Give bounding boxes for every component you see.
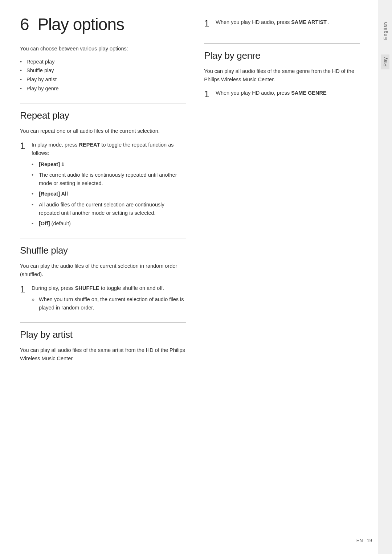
step-text-prefix-shuffle: During play, press: [32, 285, 75, 291]
page-num: 19: [367, 538, 372, 543]
bullet-play-by-genre: Play by genre: [20, 84, 186, 93]
sub-item-shuffle-arrow: When you turn shuffle on, the current se…: [32, 295, 186, 312]
sidebar-play-label: Play: [381, 54, 389, 69]
step-content-shuffle: During play, press SHUFFLE to toggle shu…: [32, 284, 186, 315]
divider-repeat: [20, 103, 186, 103]
page-number: EN 19: [356, 538, 372, 543]
step-number-genre: 1: [204, 89, 211, 99]
repeat-sub-list: [Repeat] 1 The current audio file is con…: [32, 160, 186, 228]
sub-item-repeat-all: [Repeat] All: [32, 190, 186, 198]
sub-item-repeat2: The current audio file is continuously r…: [32, 171, 186, 188]
sidebar-english-label: English: [383, 22, 388, 40]
chapter-number: 6: [20, 15, 29, 34]
divider-shuffle: [20, 238, 186, 238]
shuffle-sub-list: When you turn shuffle on, the current se…: [32, 295, 186, 312]
step-number-shuffle: 1: [20, 284, 27, 315]
step-number-same-artist: 1: [204, 18, 211, 29]
repeat-play-step: 1 In play mode, press REPEAT to toggle t…: [20, 141, 186, 230]
sub-bold-repeat-all: [Repeat] All: [39, 191, 68, 197]
section-repeat-play: Repeat play You can repeat one or all au…: [20, 103, 186, 230]
shuffle-play-body: You can play the audio files of the curr…: [20, 262, 186, 279]
step-content-same-artist: When you play HD audio, press SAME ARTIS…: [216, 18, 330, 29]
step-key-shuffle: SHUFFLE: [75, 285, 99, 291]
bullet-shuffle-play: Shuffle play: [20, 66, 186, 75]
section-play-by-artist: Play by artist You can play all audio fi…: [20, 322, 186, 363]
repeat-play-body: You can repeat one or all audio files of…: [20, 127, 186, 135]
step-text-prefix-repeat: In play mode, press: [32, 142, 79, 148]
intro-bullet-list: Repeat play Shuffle play Play by artist …: [20, 57, 186, 93]
genre-prefix: When you play HD audio, press: [216, 90, 291, 96]
step-key-repeat: REPEAT: [79, 142, 100, 148]
same-artist-suffix: .: [327, 19, 330, 25]
sub-item-repeat-off: [Off] (default): [32, 219, 186, 228]
same-artist-key: SAME ARTIST: [291, 19, 327, 25]
section-shuffle-play: Shuffle play You can play the audio file…: [20, 238, 186, 314]
play-by-genre-body: You can play all audio files of the same…: [204, 67, 360, 84]
same-artist-prefix: When you play HD audio, press: [216, 19, 291, 25]
bullet-repeat-play: Repeat play: [20, 57, 186, 66]
repeat-play-title: Repeat play: [20, 110, 186, 121]
shuffle-play-step: 1 During play, press SHUFFLE to toggle s…: [20, 284, 186, 315]
divider-genre: [204, 43, 360, 44]
intro-text: You can choose between various play opti…: [20, 45, 186, 53]
bullet-play-by-artist: Play by artist: [20, 75, 186, 84]
divider-artist: [20, 322, 186, 323]
sub-bold-repeat1: [Repeat] 1: [39, 161, 64, 167]
section-play-by-genre: Play by genre You can play all audio fil…: [204, 43, 360, 99]
play-by-genre-step: 1 When you play HD audio, press SAME GEN…: [204, 89, 360, 99]
step-content-repeat: In play mode, press REPEAT to toggle the…: [32, 141, 186, 230]
genre-key: SAME GENRE: [291, 90, 327, 96]
step-number-1: 1: [20, 141, 27, 230]
sub-item-repeat1: [Repeat] 1: [32, 160, 186, 169]
sub-item-repeat-all-desc: All audio files of the current selection…: [32, 201, 186, 217]
play-by-artist-body: You can play all audio files of the same…: [20, 346, 186, 363]
sub-bold-repeat-off: [Off]: [39, 221, 50, 226]
step-text-suffix-shuffle: to toggle shuffle on and off.: [99, 285, 164, 291]
chapter-title: 6 Play options: [20, 15, 186, 34]
chapter-title-text: Play options: [37, 15, 124, 34]
sidebar: English Play: [378, 0, 392, 554]
right-step-same-artist: 1 When you play HD audio, press SAME ART…: [204, 18, 360, 29]
play-by-artist-title: Play by artist: [20, 329, 186, 340]
play-by-genre-title: Play by genre: [204, 50, 360, 61]
step-content-genre: When you play HD audio, press SAME GENRE: [216, 89, 326, 99]
shuffle-play-title: Shuffle play: [20, 245, 186, 256]
page-lang: EN: [356, 538, 363, 543]
